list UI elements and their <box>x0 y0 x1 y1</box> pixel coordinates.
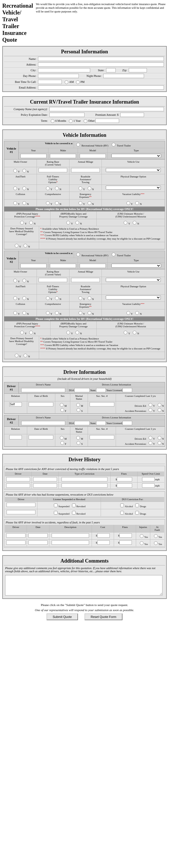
dl-input[interactable] <box>74 421 90 425</box>
acc-date[interactable] <box>28 540 48 545</box>
pm-radio[interactable] <box>76 80 80 84</box>
y-radio[interactable] <box>78 186 82 190</box>
susp-driver[interactable] <box>6 503 35 507</box>
rating-input[interactable] <box>39 278 67 282</box>
y-radio[interactable] <box>124 221 127 224</box>
y-radio[interactable] <box>13 201 17 205</box>
conv-driver[interactable] <box>6 477 30 482</box>
y-radio[interactable] <box>127 311 130 315</box>
n-radio[interactable] <box>23 201 26 205</box>
n-radio[interactable] <box>88 296 91 300</box>
inj-radio[interactable] <box>140 541 143 545</box>
rev-cb[interactable] <box>72 511 76 515</box>
make-input[interactable] <box>50 154 76 158</box>
drugs-cb[interactable] <box>135 511 139 515</box>
n-radio[interactable] <box>88 186 91 190</box>
n-radio[interactable] <box>158 408 161 412</box>
m-radio[interactable] <box>60 436 64 440</box>
alc-cb[interactable] <box>120 511 124 515</box>
phys-select[interactable] <box>106 296 161 300</box>
submit-button[interactable]: Submit Quote <box>46 613 78 620</box>
conv-driver[interactable] <box>6 484 30 488</box>
n-radio[interactable] <box>23 279 26 282</box>
use-select[interactable] <box>106 168 161 172</box>
rev-cb[interactable] <box>72 503 76 507</box>
y-radio[interactable] <box>148 436 152 440</box>
acc-driver[interactable] <box>6 533 26 537</box>
y-radio[interactable] <box>13 296 17 300</box>
milage-input[interactable] <box>71 168 100 172</box>
premium-input[interactable] <box>120 113 144 117</box>
y-radio[interactable] <box>46 311 49 315</box>
alc-cb[interactable] <box>120 503 124 507</box>
y-radio[interactable] <box>127 201 130 205</box>
n-radio[interactable] <box>55 296 59 300</box>
tt-radio[interactable] <box>112 253 115 256</box>
fault-radio[interactable] <box>154 534 158 538</box>
n-radio[interactable] <box>23 186 26 190</box>
acc-desc[interactable] <box>52 533 89 537</box>
n-radio[interactable] <box>158 403 161 407</box>
reset-button[interactable]: Reset Quote Form <box>84 613 123 620</box>
y-radio[interactable] <box>15 244 19 248</box>
y-radio[interactable] <box>46 201 49 205</box>
conv-speed[interactable] <box>142 484 155 488</box>
type-select[interactable] <box>111 264 161 268</box>
n-radio[interactable] <box>55 201 59 205</box>
conv-date[interactable] <box>33 484 57 488</box>
dstate-input[interactable] <box>96 388 106 392</box>
term1-radio[interactable] <box>69 119 73 123</box>
y-radio[interactable] <box>13 169 17 173</box>
year-input[interactable] <box>21 154 46 158</box>
conv-speed[interactable] <box>142 477 155 482</box>
y-radio[interactable] <box>20 331 24 334</box>
acc-driver[interactable] <box>6 540 26 545</box>
m-radio[interactable] <box>60 403 64 407</box>
conv-type[interactable] <box>62 484 107 488</box>
y-radio[interactable] <box>66 331 70 334</box>
acc-cost[interactable] <box>97 533 110 537</box>
state-input[interactable] <box>106 68 116 72</box>
conv-type[interactable] <box>62 477 107 482</box>
type-select[interactable] <box>111 154 161 158</box>
address-input[interactable] <box>38 62 164 67</box>
model-input[interactable] <box>80 154 106 158</box>
n-radio[interactable] <box>55 186 59 190</box>
soc-input[interactable] <box>90 435 114 439</box>
n-radio[interactable] <box>29 331 33 334</box>
y-radio[interactable] <box>13 311 17 315</box>
acc-desc[interactable] <box>52 540 89 545</box>
y-radio[interactable] <box>148 441 152 445</box>
y-radio[interactable] <box>13 186 17 190</box>
y-radio[interactable] <box>124 331 127 334</box>
soc-input[interactable] <box>90 402 114 406</box>
susp-driver[interactable] <box>6 510 35 514</box>
n-radio[interactable] <box>133 331 136 334</box>
dstate-input[interactable] <box>96 421 106 425</box>
fault-radio[interactable] <box>154 541 158 545</box>
rv-radio[interactable] <box>76 143 80 147</box>
susp-cb[interactable] <box>54 503 58 507</box>
ms-radio[interactable] <box>76 408 80 412</box>
policy-input[interactable] <box>49 113 84 117</box>
acc-date[interactable] <box>28 533 48 537</box>
n-radio[interactable] <box>158 441 161 445</box>
termo-input[interactable] <box>95 119 119 123</box>
acc-cost[interactable] <box>97 540 110 545</box>
dayphone-input[interactable] <box>38 74 79 78</box>
years-input[interactable] <box>123 388 132 392</box>
acc-fine[interactable] <box>120 540 132 545</box>
n-radio[interactable] <box>158 436 161 440</box>
years-input[interactable] <box>123 421 132 425</box>
n-radio[interactable] <box>133 221 136 224</box>
milage-input[interactable] <box>71 278 100 282</box>
drugs-cb[interactable] <box>135 503 139 507</box>
y-radio[interactable] <box>13 279 17 282</box>
y-radio[interactable] <box>66 221 70 224</box>
y-radio[interactable] <box>148 403 152 407</box>
dname-input[interactable] <box>21 388 65 392</box>
y-radio[interactable] <box>78 201 82 205</box>
n-radio[interactable] <box>88 311 91 315</box>
y-radio[interactable] <box>46 296 49 300</box>
city-input[interactable] <box>38 68 90 72</box>
